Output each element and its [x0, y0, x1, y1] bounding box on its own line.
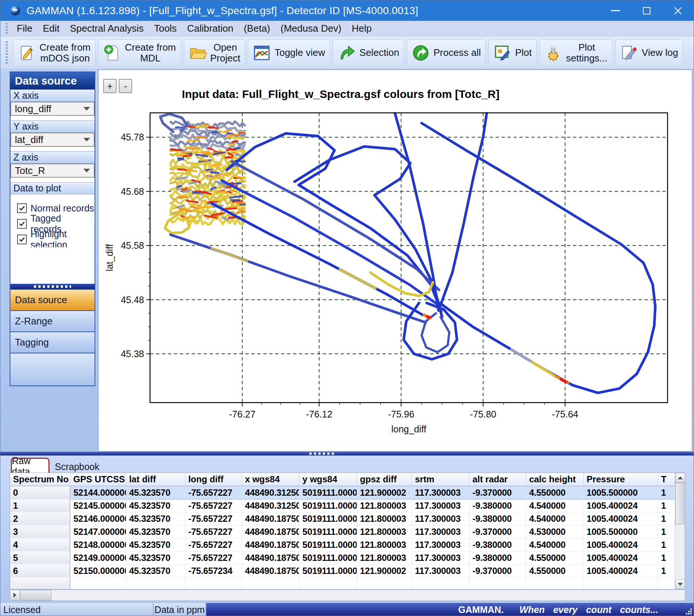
toolbar-buttons: Create from mDOS jsonCreate from MDLOpen…	[12, 39, 684, 67]
arrow-up-icon	[678, 476, 683, 479]
column-header-srtm[interactable]: srtm	[412, 473, 469, 486]
table-cell: 4.540000	[526, 512, 583, 525]
column-header-gps-utcss[interactable]: GPS UTCSS	[70, 473, 126, 486]
table-cell	[469, 577, 526, 589]
table-cell: 1	[658, 564, 675, 577]
toolbar-button-label: Toggle view	[274, 47, 325, 58]
panel-splitter[interactable]	[10, 284, 95, 289]
column-header-gpsz-diff[interactable]: gpsz diff	[357, 473, 412, 486]
column-header-y-wgs84[interactable]: y wgs84	[299, 473, 357, 486]
x-axis-combobox[interactable]: long_diff	[10, 102, 95, 116]
create-from-mdl-button[interactable]: Create from MDL	[98, 39, 181, 67]
table-area: Spectrum NoGPS UTCSSlat difflong diffx w…	[10, 473, 675, 589]
table-cell: 117.300003	[412, 512, 469, 525]
view-log-button[interactable]: View log	[615, 39, 684, 67]
table-cell: 121.900002	[357, 486, 412, 499]
table-cell: 1005.500000	[583, 486, 658, 499]
flight-track-plot[interactable]: -76.27-76.12-75.96-75.80-75.6445.7845.68…	[99, 70, 692, 451]
horizontal-splitter[interactable]	[0, 452, 694, 455]
table-cell: 1	[658, 538, 675, 551]
horizontal-scrollbar[interactable]	[10, 590, 685, 601]
panel-filler	[10, 247, 95, 284]
table-cell: 52144.000000	[70, 486, 126, 499]
table-cell: -75.657227	[185, 486, 242, 499]
column-header-spectrum-no[interactable]: Spectrum No	[10, 473, 70, 486]
resize-grip-icon[interactable]	[690, 613, 692, 615]
column-header-x-wgs84[interactable]: x wgs84	[242, 473, 299, 486]
statusbar: Licensed Data in ppm GAMMAN. When every …	[0, 603, 694, 616]
table-cell: 45.323570	[126, 512, 185, 525]
open-project-button[interactable]: Open Project	[184, 39, 246, 67]
table-cell: 4.530000	[526, 525, 583, 538]
table-row[interactable]: 452148.00000045.323570-75.657227448490.1…	[10, 538, 675, 551]
nav-button-tagging[interactable]: Tagging	[10, 331, 95, 353]
close-button[interactable]	[662, 0, 694, 21]
column-header-long-diff[interactable]: long diff	[185, 473, 242, 486]
column-header-lat-diff[interactable]: lat diff	[126, 473, 185, 486]
toggle-view-button[interactable]: Toggle view	[248, 39, 330, 67]
combobox-value: long_diff	[15, 103, 83, 115]
table-row[interactable]: 352147.00000045.323570-75.657227448490.1…	[10, 525, 675, 538]
menu-item-file[interactable]: File	[12, 23, 38, 34]
menu-item-beta[interactable]: (Beta)	[239, 23, 276, 34]
table-cell: 448490.18750	[242, 551, 299, 564]
minimize-button[interactable]	[600, 0, 631, 21]
table-cell: 448490.18750	[242, 512, 299, 525]
table-cell: 45.323570	[126, 499, 185, 512]
selection-button[interactable]: Selection	[332, 39, 404, 67]
table-row[interactable]: 552149.00000045.323570-75.657227448490.1…	[10, 551, 675, 564]
table-cell: -75.657234	[185, 564, 242, 577]
menu-item-calibration[interactable]: Calibration	[182, 23, 238, 34]
process-all-button[interactable]: Process all	[407, 39, 486, 67]
main-area: Data source X axislong_diffY axislat_dif…	[0, 69, 694, 452]
vertical-scroll-thumb[interactable]	[675, 483, 685, 524]
menu-item-medusa-dev[interactable]: (Medusa Dev)	[276, 23, 347, 34]
scroll-down-button[interactable]	[675, 580, 685, 589]
selection-arrow-icon	[338, 44, 356, 62]
scroll-right-button[interactable]	[10, 590, 20, 600]
menu-item-spectral-analysis[interactable]: Spectral Analysis	[65, 23, 149, 34]
chevron-down-icon	[83, 107, 90, 111]
tab-scrapbook[interactable]: Scrapbook	[55, 460, 99, 473]
column-header-calc-height[interactable]: calc height	[526, 473, 583, 486]
nav-button-data-source[interactable]: Data source	[10, 289, 95, 310]
table-cell	[526, 577, 583, 589]
table-cell: 121.800003	[357, 525, 412, 538]
maximize-button[interactable]	[631, 0, 662, 21]
table-cell: 1005.400024	[583, 512, 658, 525]
horizontal-scroll-thumb[interactable]	[20, 590, 51, 600]
menu-item-edit[interactable]: Edit	[38, 23, 65, 34]
create-from-mdos-json-button[interactable]: Create from mDOS json	[13, 39, 96, 67]
checkbox-highlight-selection[interactable]: Highlight selection	[17, 232, 95, 247]
menubar-grip[interactable]	[6, 23, 8, 34]
toolbar-grip[interactable]	[6, 41, 8, 64]
table-cell	[299, 577, 357, 589]
menu-item-help[interactable]: Help	[347, 23, 377, 34]
column-header-alt-radar[interactable]: alt radar	[469, 473, 526, 486]
vertical-scrollbar[interactable]	[675, 473, 685, 589]
z-axis-combobox[interactable]: Totc_R	[10, 163, 95, 178]
table-cell	[583, 577, 658, 589]
arrow-down-icon	[678, 583, 683, 586]
column-header-t[interactable]: T	[658, 473, 675, 486]
table-row[interactable]: 252146.00000045.323570-75.657227448490.1…	[10, 512, 675, 525]
table-cell: 52146.000000	[70, 512, 126, 525]
table-row[interactable]: 052144.00000045.323570-75.657227448490.3…	[10, 486, 675, 499]
column-header-pressure[interactable]: Pressure	[583, 473, 658, 486]
table-cell	[357, 577, 412, 589]
row-header-cell: 2	[10, 512, 70, 525]
license-status: Licensed	[0, 603, 154, 616]
tab-raw-data[interactable]: Raw data	[11, 458, 50, 473]
plot-button[interactable]: Plot	[488, 39, 537, 67]
plot-settings-button[interactable]: Plot settings...	[539, 39, 612, 67]
table-cell: -75.657227	[185, 512, 242, 525]
table-cell: 1005.500000	[583, 525, 658, 538]
nav-button-z-range[interactable]: Z-Range	[10, 310, 95, 331]
menu-item-tools[interactable]: Tools	[149, 23, 182, 34]
table-row[interactable]: 152145.00000045.323570-75.657227448490.3…	[10, 499, 675, 512]
table-row[interactable]: 652150.00000045.323570-75.657234448490.1…	[10, 564, 675, 577]
y-axis-combobox[interactable]: lat_diff	[10, 133, 95, 147]
table-cell: 52145.000000	[70, 499, 126, 512]
toolbar: Create from mDOS jsonCreate from MDLOpen…	[0, 36, 694, 69]
scroll-up-button[interactable]	[675, 473, 685, 483]
